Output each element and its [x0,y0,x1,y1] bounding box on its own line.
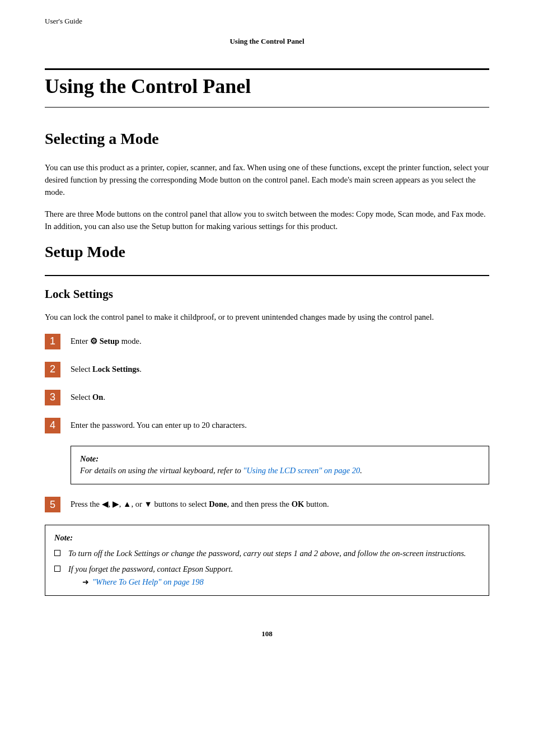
step-5-done: Done [209,500,227,508]
step-1-post: mode. [119,337,141,346]
step-3-number: 3 [45,390,60,405]
note-keyboard-text: For details on using the virtual keyboar… [80,466,243,475]
section-setup-mode-title: Setup Mode [45,243,489,261]
step-2-text: Select Lock Settings. [71,362,142,376]
section-selecting-mode-title: Selecting a Mode [45,130,489,148]
step-2-post: . [139,365,142,374]
step-5-ok: OK [292,500,305,508]
title-rule-bottom [45,107,489,108]
step-3-bold: On [92,393,103,402]
title-rule-top [45,68,489,70]
note-label: Note: [80,454,99,463]
setup-icon: ⚙ [90,337,97,346]
bullet-square-icon [54,550,60,556]
note2-bullet2-text: If you forget the password, contact Epso… [68,563,233,576]
step-3-text: Select On. [71,390,105,404]
step-3-pre: Select [71,393,92,402]
step-5: 5 Press the ◀, ▶, ▲, or ▼ buttons to sel… [45,497,489,512]
step-1-text: Enter ⚙ Setup mode. [71,334,142,348]
step-2-number: 2 [45,362,60,377]
step-1-pre: Enter [71,337,90,346]
arrow-right-icon: ➜ [82,576,89,588]
note-keyboard: Note: For details on using the virtual k… [71,446,489,485]
step-5-pre: Press the [71,500,102,508]
step-5-number: 5 [45,497,60,512]
note2-bullet2-link-row: ➜ "Where To Get Help" on page 198 [82,576,233,589]
down-arrow-icon: ▼ [144,500,152,508]
setup-mode-rule [45,275,489,276]
step-4-number: 4 [45,418,60,433]
step-1-bold: Setup [100,337,119,346]
step-3: 3 Select On. [45,390,489,405]
step-5-post: button. [304,500,329,508]
step-1: 1 Enter ⚙ Setup mode. [45,334,489,349]
selecting-mode-p2: There are three Mode buttons on the cont… [45,208,489,233]
note-keyboard-post: . [360,466,362,475]
note2-bullet1: To turn off the Lock Settings or change … [54,548,480,560]
note-password: Note: To turn off the Lock Settings or c… [45,525,489,596]
page-number: 108 [45,629,489,638]
step-2: 2 Select Lock Settings. [45,362,489,377]
step-4: 4 Enter the password. You can enter up t… [45,418,489,433]
page-title: Using the Control Panel [45,74,489,101]
step-4-text: Enter the password. You can enter up to … [71,418,247,432]
step-5-text: Press the ◀, ▶, ▲, or ▼ buttons to selec… [71,497,329,511]
step-5-mid2: , and then press the [227,500,292,508]
step-2-pre: Select [71,365,92,374]
left-arrow-icon: ◀ [102,500,109,508]
right-arrow-icon: ▶ [113,500,119,508]
step-1-number: 1 [45,334,60,349]
lock-settings-intro: You can lock the control panel to make i… [45,311,489,324]
step-2-bold: Lock Settings [92,365,139,374]
users-guide-label: User's Guide [45,17,489,26]
step-3-post: . [103,393,105,402]
bullet-square-icon [54,566,60,572]
step-5-mid: buttons to select [152,500,209,508]
up-arrow-icon: ▲ [123,500,131,508]
breadcrumb: Using the Control Panel [45,37,489,46]
selecting-mode-p1: You can use this product as a printer, c… [45,162,489,198]
get-help-link[interactable]: "Where To Get Help" on page 198 [92,576,204,589]
lcd-screen-link[interactable]: "Using the LCD screen" on page 20 [243,466,360,475]
note2-bullet2: If you forget the password, contact Epso… [54,563,480,589]
note2-label: Note: [54,533,73,542]
lock-settings-title: Lock Settings [45,287,489,301]
note2-bullet1-text: To turn off the Lock Settings or change … [68,548,466,560]
